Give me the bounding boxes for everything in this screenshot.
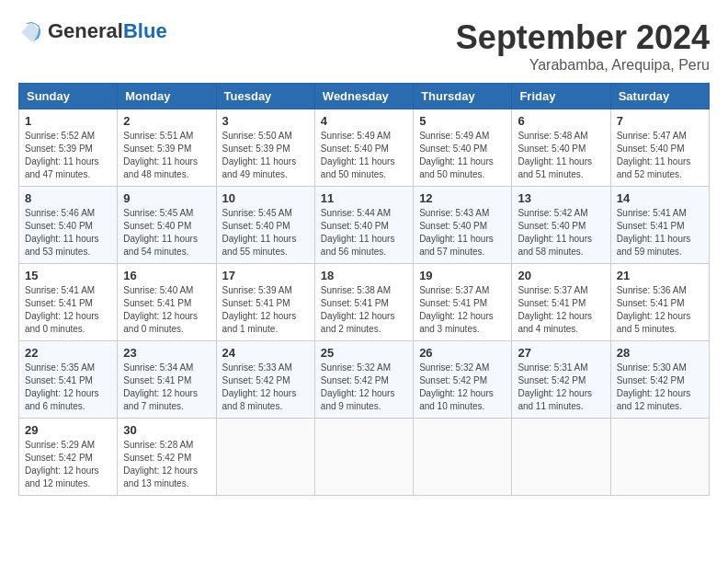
day-number: 14 <box>617 191 703 205</box>
page-header: GeneralBlue September 2024 Yarabamba, Ar… <box>18 18 710 74</box>
day-info: Sunrise: 5:28 AMSunset: 5:42 PMDaylight:… <box>123 439 210 490</box>
day-number: 26 <box>419 346 506 360</box>
day-info: Sunrise: 5:52 AMSunset: 5:39 PMDaylight:… <box>25 130 111 181</box>
calendar-day-17: 17Sunrise: 5:39 AMSunset: 5:41 PMDayligh… <box>216 264 314 341</box>
day-number: 25 <box>321 346 407 360</box>
calendar-day-24: 24Sunrise: 5:33 AMSunset: 5:42 PMDayligh… <box>216 341 314 419</box>
calendar-day-26: 26Sunrise: 5:32 AMSunset: 5:42 PMDayligh… <box>414 341 512 419</box>
day-info: Sunrise: 5:38 AMSunset: 5:41 PMDaylight:… <box>321 284 407 336</box>
day-info: Sunrise: 5:49 AMSunset: 5:40 PMDaylight:… <box>419 130 506 181</box>
day-number: 1 <box>25 114 111 128</box>
logo-text: GeneralBlue <box>48 19 167 43</box>
day-number: 27 <box>518 346 604 360</box>
day-info: Sunrise: 5:42 AMSunset: 5:40 PMDaylight:… <box>518 207 604 259</box>
day-number: 18 <box>321 269 407 282</box>
day-number: 7 <box>617 114 703 128</box>
calendar-day-3: 3Sunrise: 5:50 AMSunset: 5:39 PMDaylight… <box>216 109 314 187</box>
logo-general: General <box>48 19 123 42</box>
day-info: Sunrise: 5:37 AMSunset: 5:41 PMDaylight:… <box>518 284 604 336</box>
day-number: 9 <box>123 191 210 205</box>
calendar-day-4: 4Sunrise: 5:49 AMSunset: 5:40 PMDaylight… <box>314 109 413 187</box>
empty-cell <box>414 419 512 496</box>
calendar-day-6: 6Sunrise: 5:48 AMSunset: 5:40 PMDaylight… <box>512 109 610 187</box>
day-info: Sunrise: 5:41 AMSunset: 5:41 PMDaylight:… <box>25 284 111 336</box>
day-info: Sunrise: 5:51 AMSunset: 5:39 PMDaylight:… <box>123 130 210 181</box>
calendar-day-12: 12Sunrise: 5:43 AMSunset: 5:40 PMDayligh… <box>414 187 512 264</box>
weekday-header-row: SundayMondayTuesdayWednesdayThursdayFrid… <box>19 84 710 109</box>
calendar-day-25: 25Sunrise: 5:32 AMSunset: 5:42 PMDayligh… <box>314 341 413 419</box>
empty-cell <box>216 419 314 496</box>
day-info: Sunrise: 5:49 AMSunset: 5:40 PMDaylight:… <box>321 130 407 181</box>
location-subtitle: Yarabamba, Arequipa, Peru <box>456 57 710 74</box>
day-info: Sunrise: 5:29 AMSunset: 5:42 PMDaylight:… <box>25 439 111 490</box>
calendar-week-3: 15Sunrise: 5:41 AMSunset: 5:41 PMDayligh… <box>19 264 710 341</box>
day-info: Sunrise: 5:32 AMSunset: 5:42 PMDaylight:… <box>321 362 407 413</box>
day-number: 30 <box>123 423 210 437</box>
day-info: Sunrise: 5:41 AMSunset: 5:41 PMDaylight:… <box>617 207 703 259</box>
day-number: 4 <box>321 114 407 128</box>
day-info: Sunrise: 5:50 AMSunset: 5:39 PMDaylight:… <box>222 130 309 181</box>
calendar-day-16: 16Sunrise: 5:40 AMSunset: 5:41 PMDayligh… <box>118 264 216 341</box>
title-block: September 2024 Yarabamba, Arequipa, Peru <box>456 18 710 74</box>
day-info: Sunrise: 5:43 AMSunset: 5:40 PMDaylight:… <box>419 207 506 259</box>
day-number: 15 <box>25 269 111 282</box>
day-info: Sunrise: 5:37 AMSunset: 5:41 PMDaylight:… <box>419 284 506 336</box>
month-title: September 2024 <box>456 18 710 57</box>
day-number: 5 <box>419 114 506 128</box>
day-info: Sunrise: 5:45 AMSunset: 5:40 PMDaylight:… <box>123 207 210 259</box>
day-info: Sunrise: 5:44 AMSunset: 5:40 PMDaylight:… <box>321 207 407 259</box>
day-info: Sunrise: 5:46 AMSunset: 5:40 PMDaylight:… <box>25 207 111 259</box>
day-info: Sunrise: 5:30 AMSunset: 5:42 PMDaylight:… <box>617 362 703 413</box>
calendar-day-2: 2Sunrise: 5:51 AMSunset: 5:39 PMDaylight… <box>118 109 216 187</box>
day-number: 17 <box>222 269 309 282</box>
day-number: 10 <box>222 191 309 205</box>
calendar-day-18: 18Sunrise: 5:38 AMSunset: 5:41 PMDayligh… <box>314 264 413 341</box>
calendar-week-5: 29Sunrise: 5:29 AMSunset: 5:42 PMDayligh… <box>19 419 710 496</box>
weekday-header-sunday: Sunday <box>19 84 118 109</box>
weekday-header-saturday: Saturday <box>610 84 709 109</box>
day-number: 6 <box>518 114 604 128</box>
empty-cell <box>512 419 610 496</box>
calendar-day-30: 30Sunrise: 5:28 AMSunset: 5:42 PMDayligh… <box>118 419 216 496</box>
weekday-header-wednesday: Wednesday <box>314 84 413 109</box>
calendar-day-20: 20Sunrise: 5:37 AMSunset: 5:41 PMDayligh… <box>512 264 610 341</box>
calendar-day-21: 21Sunrise: 5:36 AMSunset: 5:41 PMDayligh… <box>610 264 709 341</box>
day-info: Sunrise: 5:34 AMSunset: 5:41 PMDaylight:… <box>123 362 210 413</box>
weekday-header-monday: Monday <box>118 84 216 109</box>
calendar-day-23: 23Sunrise: 5:34 AMSunset: 5:41 PMDayligh… <box>118 341 216 419</box>
day-number: 2 <box>123 114 210 128</box>
day-number: 3 <box>222 114 309 128</box>
day-info: Sunrise: 5:35 AMSunset: 5:41 PMDaylight:… <box>25 362 111 413</box>
calendar-week-1: 1Sunrise: 5:52 AMSunset: 5:39 PMDaylight… <box>19 109 710 187</box>
empty-cell <box>610 419 709 496</box>
calendar-table: SundayMondayTuesdayWednesdayThursdayFrid… <box>18 83 710 496</box>
day-number: 8 <box>25 191 111 205</box>
day-number: 12 <box>419 191 506 205</box>
calendar-week-4: 22Sunrise: 5:35 AMSunset: 5:41 PMDayligh… <box>19 341 710 419</box>
calendar-day-29: 29Sunrise: 5:29 AMSunset: 5:42 PMDayligh… <box>19 419 118 496</box>
day-info: Sunrise: 5:39 AMSunset: 5:41 PMDaylight:… <box>222 284 309 336</box>
day-number: 29 <box>25 423 111 437</box>
day-info: Sunrise: 5:45 AMSunset: 5:40 PMDaylight:… <box>222 207 309 259</box>
day-info: Sunrise: 5:31 AMSunset: 5:42 PMDaylight:… <box>518 362 604 413</box>
day-info: Sunrise: 5:40 AMSunset: 5:41 PMDaylight:… <box>123 284 210 336</box>
calendar-day-28: 28Sunrise: 5:30 AMSunset: 5:42 PMDayligh… <box>610 341 709 419</box>
logo: GeneralBlue <box>18 18 167 44</box>
day-info: Sunrise: 5:33 AMSunset: 5:42 PMDaylight:… <box>222 362 309 413</box>
logo-blue: Blue <box>123 19 167 42</box>
day-number: 16 <box>123 269 210 282</box>
calendar-day-10: 10Sunrise: 5:45 AMSunset: 5:40 PMDayligh… <box>216 187 314 264</box>
day-number: 11 <box>321 191 407 205</box>
weekday-header-friday: Friday <box>512 84 610 109</box>
day-number: 24 <box>222 346 309 360</box>
day-number: 28 <box>617 346 703 360</box>
calendar-day-5: 5Sunrise: 5:49 AMSunset: 5:40 PMDaylight… <box>414 109 512 187</box>
calendar-day-8: 8Sunrise: 5:46 AMSunset: 5:40 PMDaylight… <box>19 187 118 264</box>
calendar-day-1: 1Sunrise: 5:52 AMSunset: 5:39 PMDaylight… <box>19 109 118 187</box>
day-number: 21 <box>617 269 703 282</box>
calendar-day-7: 7Sunrise: 5:47 AMSunset: 5:40 PMDaylight… <box>610 109 709 187</box>
calendar-day-27: 27Sunrise: 5:31 AMSunset: 5:42 PMDayligh… <box>512 341 610 419</box>
empty-cell <box>314 419 413 496</box>
day-info: Sunrise: 5:36 AMSunset: 5:41 PMDaylight:… <box>617 284 703 336</box>
day-number: 23 <box>123 346 210 360</box>
